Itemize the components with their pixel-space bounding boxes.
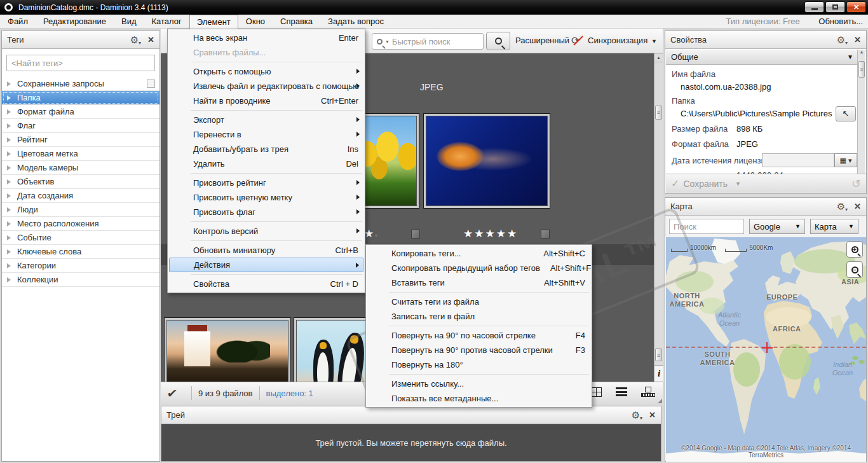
world-map[interactable]: 10000km 5000Km NORTHAMERICA EUROPE ASIA … <box>666 237 866 462</box>
expand-arrow-icon[interactable] <box>7 193 11 198</box>
menu-item-find-in-explorer[interactable]: Найти в проводникеCtrl+Enter <box>169 93 363 108</box>
quick-search-box[interactable]: ▼ <box>372 33 484 50</box>
saved-queries-checkbox[interactable] <box>147 79 155 88</box>
tag-item-lens[interactable]: Объектив <box>2 175 159 189</box>
menu-item-extract-and-edit-with[interactable]: Извлечь файл и редактировать с помощью <box>169 79 363 93</box>
tag-item-collections[interactable]: Коллекции <box>2 273 159 287</box>
tag-item-location[interactable]: Место расположения <box>2 217 159 231</box>
expand-arrow-icon[interactable] <box>7 109 11 114</box>
map-close-icon[interactable]: ✕ <box>854 202 861 211</box>
tags-settings-gear-icon[interactable]: ⚙ <box>130 34 141 46</box>
tag-item-saved-queries[interactable]: Сохраненные запросы <box>2 77 159 91</box>
save-options-caret-icon[interactable]: ▼ <box>735 181 741 187</box>
menu-ask-question[interactable]: Задать вопрос <box>320 15 391 28</box>
open-folder-button[interactable]: ↖ <box>836 106 856 121</box>
sync-caret-icon[interactable]: ▼ <box>651 38 657 45</box>
rating-stars-jellyfish[interactable]: ★★★★★ <box>463 227 518 240</box>
expand-arrow-icon[interactable] <box>7 249 11 254</box>
menu-item-paste-tags[interactable]: Вставить тегиAlt+Shift+V <box>367 275 590 290</box>
properties-scrollbar[interactable]: ▲ <box>857 50 865 175</box>
menu-item-copy-previous-tag-set[interactable]: Скопировать предыдущий набор теговAlt+Sh… <box>367 261 590 275</box>
expand-arrow-icon[interactable] <box>7 165 11 170</box>
menu-file[interactable]: Файл <box>0 15 36 28</box>
section-general-header[interactable]: Общие ▼ <box>666 50 858 65</box>
tag-item-event[interactable]: Событие <box>2 231 159 245</box>
tag-item-categories[interactable]: Категории <box>2 259 159 273</box>
tag-item-file-format[interactable]: Формат файла <box>2 105 159 119</box>
menu-catalog[interactable]: Каталог <box>144 15 189 28</box>
grid-view-icon[interactable] <box>591 387 602 397</box>
expand-arrow-icon[interactable] <box>7 151 11 156</box>
map-zoom-out-button[interactable]: − <box>846 261 863 278</box>
scroll-up-arrow-icon[interactable]: ▲ <box>858 50 865 54</box>
search-button[interactable] <box>486 32 510 50</box>
menu-item-fullscreen[interactable]: На весь экранEnter <box>169 31 363 45</box>
tags-search-input[interactable] <box>6 55 155 71</box>
map-search-input[interactable] <box>669 219 744 234</box>
menu-window[interactable]: Окно <box>238 15 273 28</box>
menu-item-properties[interactable]: СвойстваCtrl + D <box>169 277 363 291</box>
close-button[interactable]: ✕ <box>846 1 866 13</box>
trey-settings-gear-icon[interactable]: ⚙ <box>632 410 642 421</box>
expand-arrow-icon[interactable] <box>7 235 11 240</box>
info-button[interactable]: i <box>654 365 663 382</box>
tag-item-people[interactable]: Люди <box>2 203 159 217</box>
properties-settings-gear-icon[interactable]: ⚙ <box>837 34 848 46</box>
menu-edit[interactable]: Редактирование <box>36 15 114 28</box>
folder-value[interactable]: C:\Users\Public\Pictures\Sample Pictures <box>681 109 833 118</box>
tag-item-flag[interactable]: Флаг <box>2 119 159 133</box>
tag-item-camera-model[interactable]: Модель камеры <box>2 161 159 175</box>
search-options-caret-icon[interactable]: ▼ <box>385 39 390 44</box>
select-checkbox-tulips[interactable] <box>411 230 420 238</box>
menu-item-refresh-thumbnail[interactable]: Обновить миниатюруCtrl+B <box>169 243 363 258</box>
expand-arrow-icon[interactable] <box>7 137 11 142</box>
expand-arrow-icon[interactable] <box>7 207 11 212</box>
trey-close-icon[interactable]: ✕ <box>649 410 656 420</box>
undo-icon[interactable]: ↻ <box>851 177 861 191</box>
menu-item-write-tags-to-file[interactable]: Записать теги в файл <box>367 309 590 324</box>
tag-item-folder[interactable]: Папка <box>2 91 159 105</box>
expand-arrow-icon[interactable] <box>7 95 11 100</box>
tag-item-color-label[interactable]: Цветовая метка <box>2 147 159 161</box>
browser-scrollbar[interactable]: ▲ i <box>654 53 663 382</box>
scrollbar-thumb[interactable] <box>655 106 662 120</box>
menu-item-version-control[interactable]: Контроль версий <box>169 224 363 238</box>
menu-item-assign-color-label[interactable]: Присвоить цветную метку <box>169 190 363 205</box>
map-settings-gear-icon[interactable]: ⚙ <box>837 201 848 212</box>
menu-item-open-with[interactable]: Открыть с помощью <box>169 64 363 79</box>
map-zoom-in-button[interactable]: + <box>846 241 863 258</box>
menu-item-edit-link[interactable]: Изменить ссылку... <box>367 377 590 391</box>
menu-element[interactable]: Элемент <box>189 15 238 29</box>
scrollbar-thumb-lower[interactable] <box>655 349 662 361</box>
expand-arrow-icon[interactable] <box>7 179 11 184</box>
expand-arrow-icon[interactable] <box>7 277 11 282</box>
menu-item-rotate-180[interactable]: Повернуть на 180° <box>367 357 590 372</box>
menu-item-read-tags-from-file[interactable]: Считать теги из файла <box>367 294 590 309</box>
map-mode-select[interactable]: Карта ▼ <box>810 219 858 234</box>
minimize-button[interactable] <box>804 1 824 13</box>
menu-item-move-to[interactable]: Перенести в <box>169 127 363 142</box>
tags-close-icon[interactable]: ✕ <box>147 35 154 45</box>
menu-item-rotate-90-ccw[interactable]: Повернуть на 90° против часовой стрелкиF… <box>367 343 590 357</box>
scroll-up-arrow-icon[interactable]: ▲ <box>654 53 663 62</box>
expand-arrow-icon[interactable] <box>7 81 11 86</box>
selected-count-link[interactable]: выделено: 1 <box>266 389 313 398</box>
menu-item-copy-tags[interactable]: Копировать теги...Alt+Shift+C <box>367 246 590 261</box>
select-checkbox-jellyfish[interactable] <box>541 230 550 238</box>
menu-help[interactable]: Справка <box>273 15 320 28</box>
menu-item-rotate-90-cw[interactable]: Повернуть на 90° по часовой стрелкеF4 <box>367 328 590 343</box>
calendar-picker-button[interactable]: ▦ ▾ <box>834 153 857 167</box>
rating-stars-tulips[interactable]: ★ <box>364 227 378 240</box>
thumbnail-size-icon[interactable] <box>641 387 654 397</box>
sync-disabled-icon[interactable] <box>571 34 584 47</box>
menu-item-show-all-metadata[interactable]: Показать все метаданные... <box>367 391 590 406</box>
tag-item-keywords[interactable]: Ключевые слова <box>2 245 159 259</box>
checkmark-icon[interactable]: ✔ <box>166 386 178 401</box>
menu-item-add-remove-tray[interactable]: Добавить/убрать из треяIns <box>169 142 363 156</box>
menu-item-assign-flag[interactable]: Присвоить флаг <box>169 205 363 219</box>
sync-button[interactable]: Синхронизация <box>588 36 648 45</box>
thumbnail-penguins[interactable] <box>294 317 369 382</box>
restore-button[interactable] <box>825 1 845 13</box>
menu-item-assign-rating[interactable]: Присвоить рейтинг <box>169 176 363 190</box>
scrollbar-thumb[interactable] <box>858 61 865 78</box>
